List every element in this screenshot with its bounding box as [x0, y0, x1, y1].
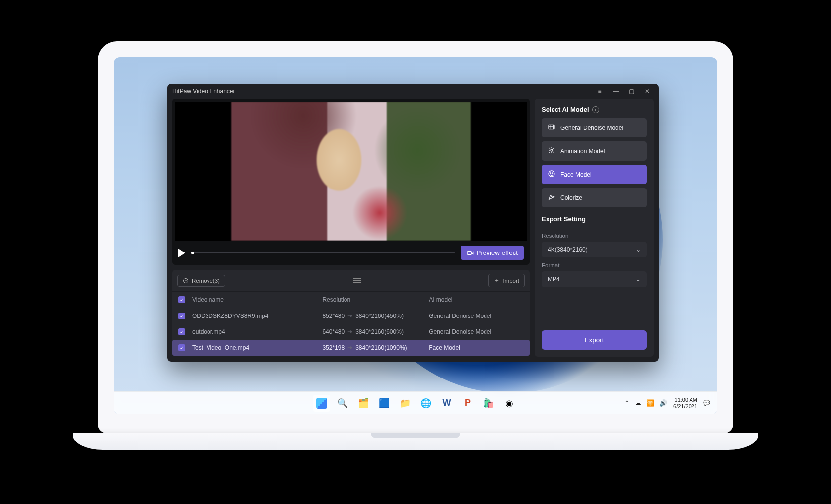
svg-point-4 — [549, 171, 554, 177]
system-tray: ⌃ ☁ 🛜 🔊 11:00 AM 6/21/2021 💬 — [624, 397, 710, 409]
checkbox[interactable]: ✓ — [178, 313, 185, 319]
motion-icon — [548, 146, 555, 156]
app-title: HitPaw Video Enhancer — [172, 88, 235, 95]
preview-effect-label: Preview effect — [477, 249, 518, 256]
export-button-label: Export — [584, 336, 604, 344]
clock[interactable]: 11:00 AM 6/21/2021 — [673, 397, 697, 409]
resolution-cell: 352*198 ➔ 3840*2160(1090%) — [322, 344, 429, 351]
resolution-cell: 852*480 ➔ 3840*2160(450%) — [322, 313, 429, 319]
onedrive-icon[interactable]: ☁ — [635, 399, 641, 407]
queue-header: ✓ Video name Resolution AI model — [172, 292, 530, 308]
play-icon — [178, 249, 185, 257]
model-option-palette[interactable]: Colorize — [542, 188, 647, 207]
model-label: Animation Model — [560, 148, 605, 155]
chevron-down-icon: ⌄ — [636, 246, 641, 253]
model-option-film[interactable]: General Denoise Model — [542, 118, 647, 137]
windows-icon — [316, 398, 327, 409]
select-model-title: Select AI Model — [542, 106, 589, 113]
chevron-down-icon: ⌄ — [636, 276, 641, 283]
file-name: ODD3DSKZ8DYVS8R9.mp4 — [192, 313, 322, 319]
app-window: HitPaw Video Enhancer ≡ — ▢ ✕ — [167, 84, 659, 362]
model-option-motion[interactable]: Animation Model — [542, 141, 647, 161]
close-icon[interactable]: ✕ — [641, 86, 654, 97]
laptop-device: HitPaw Video Enhancer ≡ — ▢ ✕ — [73, 41, 758, 463]
seek-bar[interactable] — [191, 252, 455, 253]
powerpoint-icon[interactable]: P — [459, 395, 476, 412]
side-panel: Select AI Model i General Denoise ModelA… — [535, 99, 654, 357]
video-thumbnail — [231, 102, 470, 241]
explorer-icon[interactable]: 📁 — [397, 395, 414, 412]
time: 11:00 AM — [673, 397, 697, 403]
video-preview[interactable] — [175, 102, 527, 241]
plus-icon: ＋ — [494, 277, 500, 284]
table-row[interactable]: ✓outdoor.mp4640*480 ➔ 3840*2160(600%)Gen… — [172, 324, 530, 340]
checkbox[interactable]: ✓ — [178, 344, 185, 351]
play-button[interactable] — [178, 249, 185, 257]
info-icon[interactable]: i — [592, 106, 599, 113]
notifications-icon[interactable]: 💬 — [703, 400, 710, 406]
model-cell: General Denoise Model — [429, 328, 524, 335]
laptop-base — [73, 433, 758, 450]
laptop-bezel: HitPaw Video Enhancer ≡ — ▢ ✕ — [98, 41, 733, 433]
export-setting-title: Export Setting — [542, 215, 586, 223]
arrow-right-icon: ➔ — [347, 328, 352, 335]
model-label: Face Model — [560, 171, 592, 178]
import-label: Import — [503, 278, 519, 284]
table-row[interactable]: ✓Test_Video_One.mp4352*198 ➔ 3840*2160(1… — [172, 340, 530, 356]
col-resolution: Resolution — [322, 296, 429, 303]
format-label: Format — [542, 262, 647, 268]
menu-icon[interactable]: ≡ — [593, 86, 606, 97]
model-cell: General Denoise Model — [429, 313, 524, 319]
volume-icon[interactable]: 🔊 — [659, 399, 667, 407]
desktop-screen: HitPaw Video Enhancer ≡ — ▢ ✕ — [114, 57, 717, 414]
col-name: Video name — [192, 296, 322, 303]
arrow-right-icon: ➔ — [347, 313, 352, 319]
collapse-icon[interactable] — [353, 278, 361, 283]
store-icon[interactable]: 🛍️ — [480, 395, 497, 412]
queue-panel: Remove(3) ＋ Import ✓ Video name — [172, 270, 530, 356]
col-model: AI model — [429, 296, 524, 303]
model-label: Colorize — [560, 194, 582, 201]
camera-icon — [467, 250, 474, 256]
table-row[interactable]: ✓ODD3DSKZ8DYVS8R9.mp4852*480 ➔ 3840*2160… — [172, 308, 530, 324]
edge-icon[interactable]: 🌐 — [417, 395, 434, 412]
start-button[interactable] — [313, 395, 330, 412]
checkbox[interactable]: ✓ — [178, 328, 185, 335]
palette-icon — [548, 193, 555, 202]
date: 6/21/2021 — [673, 403, 697, 410]
format-select[interactable]: MP4 ⌄ — [542, 271, 647, 287]
preview-effect-button[interactable]: Preview effect — [461, 246, 524, 260]
face-icon — [548, 170, 555, 179]
arrow-right-icon: ➔ — [347, 344, 352, 351]
window-controls: ≡ — ▢ ✕ — [593, 86, 654, 97]
resolution-select[interactable]: 4K(3840*2160) ⌄ — [542, 242, 647, 257]
svg-point-3 — [551, 149, 553, 151]
preview-panel: Preview effect — [172, 99, 530, 265]
svg-point-5 — [550, 173, 551, 173]
task-view-icon[interactable]: 🗂️ — [355, 395, 372, 412]
film-icon — [548, 123, 555, 132]
svg-rect-0 — [467, 251, 471, 254]
format-value: MP4 — [548, 276, 560, 283]
taskbar-center: 🔍 🗂️ 🟦 📁 🌐 W P 🛍️ ◉ — [313, 395, 518, 412]
laptop-notch — [381, 41, 450, 54]
wifi-icon[interactable]: 🛜 — [646, 399, 654, 407]
resolution-label: Resolution — [542, 233, 647, 239]
maximize-icon[interactable]: ▢ — [625, 86, 638, 97]
checkbox-all[interactable]: ✓ — [178, 296, 185, 303]
titlebar[interactable]: HitPaw Video Enhancer ≡ — ▢ ✕ — [167, 84, 659, 99]
model-label: General Denoise Model — [560, 125, 623, 131]
widgets-icon[interactable]: 🟦 — [376, 395, 393, 412]
export-button[interactable]: Export — [542, 330, 647, 350]
search-icon[interactable]: 🔍 — [334, 395, 351, 412]
word-icon[interactable]: W — [438, 395, 455, 412]
svg-point-6 — [552, 173, 553, 173]
steam-icon[interactable]: ◉ — [501, 395, 518, 412]
remove-button[interactable]: Remove(3) — [177, 275, 225, 287]
minimize-icon[interactable]: — — [609, 86, 622, 97]
file-name: Test_Video_One.mp4 — [192, 344, 322, 351]
import-button[interactable]: ＋ Import — [488, 274, 525, 287]
chevron-up-icon[interactable]: ⌃ — [624, 399, 630, 407]
model-option-face[interactable]: Face Model — [542, 165, 647, 184]
remove-label: Remove(3) — [192, 278, 220, 284]
